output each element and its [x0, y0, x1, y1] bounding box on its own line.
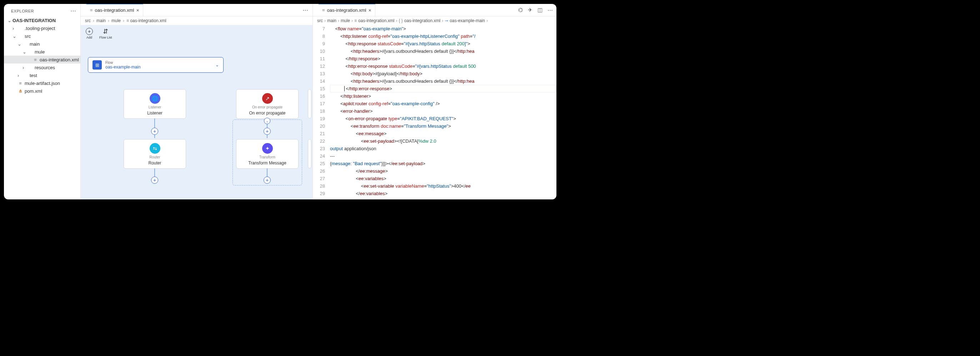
code-line[interactable]: <ee:set-variable variableName="httpStatu… [330, 182, 557, 190]
run-icon[interactable]: ✈ [528, 7, 533, 13]
line-gutter: 7891011121314151617181920212223242526272… [313, 25, 330, 199]
more-icon[interactable]: ⋯ [547, 7, 553, 13]
tree-item[interactable]: ›.tooling-project [4, 24, 80, 32]
plus-icon: + [86, 28, 93, 35]
code-line[interactable]: <apikit:router config-ref="oas-example-c… [330, 100, 557, 108]
code-line[interactable]: <error-handler> [330, 108, 557, 115]
sliders-icon: ⇵ [102, 28, 109, 35]
code-line[interactable]: <ee:variables> [330, 175, 557, 182]
code-editor[interactable]: 7891011121314151617181920212223242526272… [313, 25, 557, 199]
crumb[interactable]: mule [341, 18, 350, 23]
crumb[interactable]: mule [111, 18, 121, 23]
tab-oas-integration-xml-code[interactable]: ≡ oas-integration.xml × [318, 4, 375, 16]
split-editor-icon[interactable]: ◫ [538, 7, 542, 13]
hierarchy-icon[interactable]: ⌬ [518, 7, 523, 13]
crumb-file[interactable]: oas-integration.xml [358, 18, 394, 23]
crumb[interactable]: src [317, 18, 323, 23]
code-line[interactable]: <http:error-response statusCode="#[vars.… [330, 62, 557, 70]
crumb[interactable]: ≡ oas-integration.xml [126, 18, 166, 23]
crumb[interactable]: main [327, 18, 336, 23]
tree-label: mule-artifact.json [25, 81, 60, 86]
file-icon: ⋔ [18, 89, 23, 94]
code-line[interactable]: output application/json [330, 145, 557, 152]
code-line[interactable]: <http:listener config-ref="oas-example-h… [330, 32, 557, 40]
tree-label: src [25, 33, 31, 39]
chevron-icon: ⌄ [22, 49, 26, 55]
error-icon: ↗ [262, 93, 273, 104]
code-line[interactable]: </ee:variables> [330, 190, 557, 197]
tree-item[interactable]: ⌄src [4, 32, 80, 40]
tree-label: test [30, 73, 37, 78]
project-root[interactable]: ⌄ OAS-INTEGRATION [4, 16, 80, 24]
crumb[interactable]: main [96, 18, 106, 23]
code-line[interactable]: <flow name="oas-example-main"> [330, 25, 557, 32]
code-area[interactable]: <flow name="oas-example-main"> <http:lis… [330, 25, 557, 199]
close-icon[interactable]: × [136, 8, 139, 13]
code-line[interactable]: </ee:message> [330, 167, 557, 175]
code-line[interactable]: --- [330, 152, 557, 160]
code-line[interactable]: </http:response> [330, 55, 557, 62]
listener-node[interactable]: 🌐 Listener Listener [124, 89, 186, 119]
chevron-icon: › [18, 73, 21, 78]
tree-item[interactable]: ⌄main [4, 40, 80, 48]
file-icon: ≡ [18, 81, 23, 86]
right-breadcrumb[interactable]: src›main›mule›≡ oas-integration.xml›{ } … [313, 16, 557, 25]
on-error-propagate-node[interactable]: ↗ On error propagate On error propagate [236, 89, 299, 119]
add-button[interactable]: + Add [86, 28, 93, 39]
tree-item[interactable]: ⌄mule [4, 48, 80, 55]
chevron-icon: ⌄ [18, 41, 21, 47]
code-line[interactable]: </http:error-response> [330, 85, 557, 92]
tree-item[interactable]: ›test [4, 71, 80, 79]
code-line[interactable]: <ee:transform doc:name="Transform Messag… [330, 122, 557, 130]
tree-item[interactable]: ≡oas-integration.xml [4, 55, 80, 63]
flow-list-button[interactable]: ⇵ Flow List [99, 28, 112, 39]
add-node-button[interactable]: + [151, 128, 158, 135]
crumb[interactable]: src [85, 18, 91, 23]
explorer-more-icon[interactable]: ⋯ [70, 8, 76, 14]
router-icon: ⇆ [150, 143, 161, 154]
chevron-icon: › [13, 26, 16, 31]
tab-oas-integration-xml[interactable]: ≡ oas-integration.xml × [86, 4, 143, 16]
tree-item[interactable]: ⋔pom.xml [4, 87, 80, 95]
flow-designer-pane: ≡ oas-integration.xml × ⋯ src›main›mule›… [81, 4, 313, 199]
partial-node [308, 139, 312, 168]
node-label: On error propagate [249, 111, 285, 116]
partial-node [308, 89, 312, 119]
file-icon: ≡ [322, 8, 325, 13]
transform-node[interactable]: ✦ Transform Transform Message [236, 139, 299, 169]
router-node[interactable]: ⇆ Router Router [124, 139, 186, 169]
flow-list-label: Flow List [99, 36, 112, 39]
chevron-down-icon[interactable]: ⌄ [264, 118, 270, 124]
code-line[interactable]: <http:headers>#[vars.outboundHeaders def… [330, 78, 557, 85]
tree-item[interactable]: ≡mule-artifact.json [4, 79, 80, 87]
code-line[interactable]: <ee:message> [330, 130, 557, 137]
project-name: OAS-INTEGRATION [13, 18, 56, 23]
tab-overflow-icon[interactable]: ⋯ [298, 7, 312, 14]
code-line[interactable]: <http:body>#[payload]</http:body> [330, 70, 557, 78]
chevron-down-icon[interactable]: ⌄ [215, 62, 219, 67]
code-line[interactable]: <http:response statusCode="#[vars.httpSt… [330, 40, 557, 47]
code-line[interactable]: <ee:set-payload><![CDATA[%dw 2.0 [330, 137, 557, 145]
tree-item[interactable]: ›resources [4, 63, 80, 71]
flow-name-label: oas-example-main [105, 65, 212, 70]
crumb-obj[interactable]: oas-integration.xml [404, 18, 441, 23]
tree-label: mule [35, 49, 45, 55]
add-node-button[interactable]: + [151, 177, 158, 184]
add-node-button[interactable]: + [264, 177, 271, 184]
node-label: Listener [147, 111, 162, 116]
add-node-button[interactable]: + [264, 128, 271, 135]
flow-type-label: Flow [105, 61, 212, 65]
code-line[interactable]: {message: "Bad request"}]]></ee:set-payl… [330, 160, 557, 167]
center-breadcrumb[interactable]: src›main›mule›≡ oas-integration.xml [81, 16, 312, 25]
crumb-flow[interactable]: oas-example-main [450, 18, 485, 23]
flow-header[interactable]: ⊞ Flow oas-example-main ⌄ [88, 57, 224, 73]
code-line[interactable]: <http:headers>#[vars.outboundHeaders def… [330, 47, 557, 55]
close-icon[interactable]: × [368, 8, 371, 13]
chevron-right-icon: › [108, 18, 109, 23]
code-line[interactable]: <on-error-propagate type="APIKIT:BAD_REQ… [330, 115, 557, 122]
flow-canvas[interactable]: + Add ⇵ Flow List ⊞ Flow oas-example-mai… [81, 25, 312, 199]
explorer-title: EXPLORER [11, 9, 34, 13]
code-line[interactable]: </http:listener> [330, 92, 557, 100]
explorer-sidebar: EXPLORER ⋯ ⌄ OAS-INTEGRATION ›.tooling-p… [4, 4, 81, 199]
tab-label: oas-integration.xml [327, 8, 366, 13]
